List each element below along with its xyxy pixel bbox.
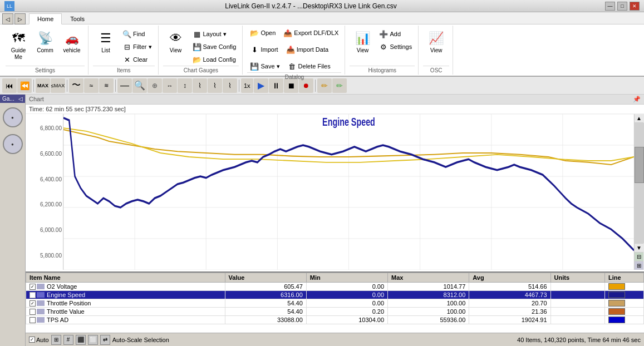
row-avg: 4467.73 <box>469 291 550 299</box>
scroll-up-button[interactable]: ▲ <box>635 114 643 123</box>
col-name-header: Item Name <box>26 273 225 283</box>
load-config-label: Load Config <box>203 56 236 63</box>
toolbar-btn-zplus[interactable]: ⊕ <box>148 78 162 93</box>
toolbar-btn-curve3[interactable]: ⌇ <box>223 78 237 93</box>
minimize-button[interactable]: — <box>605 2 615 11</box>
chart-header: Chart 📌 <box>26 95 644 105</box>
row-checkbox[interactable]: ✓ <box>30 284 36 290</box>
gauge-panel-title: Ga... <box>2 96 14 102</box>
import-label: Import <box>260 46 278 53</box>
hist-settings-button[interactable]: ⚙ Settings <box>376 41 415 53</box>
add-button[interactable]: ➕ Add <box>376 28 415 40</box>
status-icon-5[interactable]: ⇄ <box>100 335 110 345</box>
toolbar-btn-zm[interactable]: — <box>117 78 132 93</box>
row-type-icon <box>37 309 45 314</box>
toolbar-btn-prev[interactable]: ⏪ <box>17 78 32 93</box>
row-checkbox[interactable] <box>30 317 36 323</box>
clear-icon: ✕ <box>122 55 131 64</box>
qat-back[interactable]: ◁ <box>2 13 13 24</box>
delete-files-button[interactable]: 🗑 Delete Files <box>285 60 333 72</box>
clear-label: Clear <box>133 56 148 63</box>
hist-view-button[interactable]: 📊 View <box>350 27 375 57</box>
toolbar-btn-max2[interactable]: ≤MAX <box>51 78 65 93</box>
toolbar-btn-back[interactable]: ⏮ <box>2 78 17 93</box>
open-button[interactable]: 📂 Open <box>247 27 278 39</box>
comm-button[interactable]: 📡 Comm <box>32 27 58 57</box>
y-6000: 6,000.00 <box>26 227 62 233</box>
table-row[interactable]: ✓ Engine Speed 6316.00 0.00 8312.00 4467… <box>26 291 644 299</box>
auto-check[interactable]: ✓ Auto <box>29 337 49 343</box>
maximize-button[interactable]: □ <box>617 2 627 11</box>
toolbar-btn-fitx[interactable]: ↔ <box>163 78 177 93</box>
data-table-scroll[interactable]: Item Name Value Min Max Avg Units Line <box>26 273 644 333</box>
toolbar-stop-button[interactable]: ⏹ <box>284 78 298 93</box>
load-config-button[interactable]: 📂 Load Config <box>190 53 239 66</box>
status-icon-4[interactable]: ⬜ <box>88 335 98 345</box>
items-small-buttons: 🔍 Find ⊟ Filter ▾ ✕ Clear <box>120 27 155 66</box>
list-label: List <box>101 47 110 54</box>
layout-button[interactable]: ▦ Layout ▾ <box>190 28 239 40</box>
filter-button[interactable]: ⊟ Filter ▾ <box>120 41 155 53</box>
osc-view-button[interactable]: 📈 View <box>424 27 449 57</box>
table-row[interactable]: Throttle Value 54.40 0.20 100.00 21.36 <box>26 308 644 316</box>
gauge-item-2[interactable]: ● <box>3 134 23 154</box>
row-line-color <box>605 299 644 308</box>
toolbar-btn-wave1[interactable]: 〜 <box>69 78 83 93</box>
ribbon-group-datalog: 📂 Open 📤 Export DLF/DLX ⬇ Import 📥 Impor… <box>244 26 345 75</box>
scroll-down-button[interactable]: ▼ <box>635 243 643 252</box>
toolbar-separator-3 <box>115 80 116 92</box>
guide-me-button[interactable]: 🗺 GuideMe <box>6 27 31 63</box>
table-row[interactable]: ✓ Throttle Position 54.40 0.00 100.00 20… <box>26 299 644 308</box>
toolbar-btn-wave2[interactable]: ≈ <box>84 78 99 93</box>
vehicle-button[interactable]: 🚗 vehicle <box>59 27 85 57</box>
chart-pin-icon[interactable]: 📌 <box>633 96 641 103</box>
close-button[interactable]: ✕ <box>630 2 640 11</box>
toolbar-pause-button[interactable]: ⏸ <box>269 78 283 93</box>
status-icon-2[interactable]: # <box>63 335 73 345</box>
status-icon-3[interactable]: ⬛ <box>76 335 86 345</box>
toolbar-btn-curve2[interactable]: ⌇ <box>208 78 222 93</box>
status-bar: ✓ Auto ⊞ # ⬛ ⬜ ⇄ Auto-Scale Selection 40… <box>26 333 644 346</box>
table-row[interactable]: TPS AD 33088.00 10304.00 55936.00 19024.… <box>26 316 644 324</box>
scroll-thumb[interactable] <box>635 147 644 183</box>
qat-fwd[interactable]: ▷ <box>14 13 26 24</box>
save-button[interactable]: 💾 Save ▾ <box>247 60 282 72</box>
clear-button[interactable]: ✕ Clear <box>120 53 155 66</box>
row-checkbox[interactable]: ✓ <box>30 292 36 298</box>
guide-me-label: GuideMe <box>11 47 26 61</box>
row-max: 55936.00 <box>388 316 469 324</box>
list-button[interactable]: ☰ List <box>93 27 119 57</box>
chart-container[interactable]: Time: 62 min 55 sec [3775.230 sec] 6,800… <box>26 105 644 271</box>
export-button[interactable]: 📤 Export DLF/DLX <box>281 27 341 39</box>
toolbar-btn-max1[interactable]: MAX <box>36 78 50 93</box>
toolbar-pen2-button[interactable]: ✏ <box>332 78 347 93</box>
chart-zoom-out[interactable]: ⊟ <box>635 252 643 261</box>
gauge-panel-toggle[interactable]: ◁ <box>18 96 23 102</box>
toolbar-btn-zminus[interactable]: 🔍 <box>132 78 147 93</box>
chart-view-button[interactable]: 👁 View <box>163 27 189 57</box>
save-config-button[interactable]: 💾 Save Config <box>190 41 239 53</box>
filter-label: Filter ▾ <box>133 43 152 51</box>
ribbon-group-histograms: 📊 View ➕ Add ⚙ Settings Histograms <box>346 26 419 75</box>
toolbar-btn-curve1[interactable]: ⌇ <box>193 78 207 93</box>
table-row[interactable]: ✓ O2 Voltage 605.47 0.00 1014.77 514.66 <box>26 283 644 291</box>
row-checkbox[interactable]: ✓ <box>30 300 36 307</box>
chart-zoom-in[interactable]: ⊞ <box>635 261 643 270</box>
import-data-button[interactable]: 📥 Import Data <box>283 43 331 56</box>
status-icon-1[interactable]: ⊞ <box>51 335 61 345</box>
auto-checkbox[interactable]: ✓ <box>29 337 35 343</box>
toolbar-btn-wave3[interactable]: ≋ <box>99 78 114 93</box>
toolbar-record-button[interactable]: ⏺ <box>299 78 313 93</box>
chart-plot[interactable]: Engine Speed 3,768 3,770 3,772 3,774 3,7… <box>63 114 634 270</box>
row-checkbox[interactable] <box>30 309 36 315</box>
tab-tools[interactable]: Tools <box>62 13 93 24</box>
find-button[interactable]: 🔍 Find <box>120 28 155 40</box>
import-button[interactable]: ⬇ Import <box>247 43 281 56</box>
toolbar-btn-fity[interactable]: ↕ <box>178 78 192 93</box>
toolbar-play-button[interactable]: ▶ <box>254 78 268 93</box>
toolbar-pen-button[interactable]: ✏ <box>317 78 332 93</box>
gauge-item-1[interactable]: ● <box>3 107 23 127</box>
tab-home[interactable]: Home <box>29 13 62 24</box>
osc-view-icon: 📈 <box>427 29 445 47</box>
scroll-track[interactable] <box>635 123 644 243</box>
